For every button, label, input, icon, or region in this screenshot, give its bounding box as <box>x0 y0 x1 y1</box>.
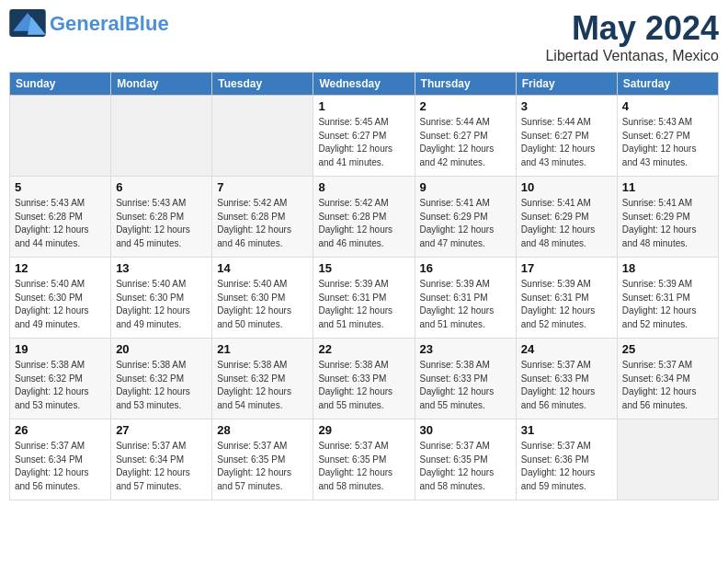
calendar-day-cell: 1Sunrise: 5:45 AMSunset: 6:27 PMDaylight… <box>313 96 415 177</box>
calendar-day-cell: 17Sunrise: 5:39 AMSunset: 6:31 PMDayligh… <box>516 258 617 339</box>
day-info: Sunrise: 5:37 AMSunset: 6:35 PMDaylight:… <box>318 440 409 493</box>
day-number: 28 <box>217 423 308 437</box>
calendar-day-cell: 11Sunrise: 5:41 AMSunset: 6:29 PMDayligh… <box>617 177 718 258</box>
day-number: 17 <box>521 261 612 275</box>
day-number: 5 <box>15 180 106 194</box>
day-number: 25 <box>622 342 713 356</box>
day-number: 21 <box>217 342 308 356</box>
day-info: Sunrise: 5:41 AMSunset: 6:29 PMDaylight:… <box>622 197 713 250</box>
day-info: Sunrise: 5:38 AMSunset: 6:32 PMDaylight:… <box>217 359 308 412</box>
day-number: 15 <box>318 261 409 275</box>
day-info: Sunrise: 5:44 AMSunset: 6:27 PMDaylight:… <box>420 116 511 169</box>
calendar-day-cell: 21Sunrise: 5:38 AMSunset: 6:32 PMDayligh… <box>212 339 313 419</box>
day-info: Sunrise: 5:43 AMSunset: 6:27 PMDaylight:… <box>622 116 713 169</box>
day-info: Sunrise: 5:39 AMSunset: 6:31 PMDaylight:… <box>622 278 713 331</box>
weekday-header-monday: Monday <box>111 73 212 96</box>
day-number: 18 <box>622 261 713 275</box>
calendar-day-cell: 18Sunrise: 5:39 AMSunset: 6:31 PMDayligh… <box>617 258 718 339</box>
day-info: Sunrise: 5:39 AMSunset: 6:31 PMDaylight:… <box>318 278 409 331</box>
day-number: 22 <box>318 342 409 356</box>
day-info: Sunrise: 5:43 AMSunset: 6:28 PMDaylight:… <box>15 197 106 250</box>
calendar-day-cell <box>617 419 718 500</box>
calendar-day-cell: 9Sunrise: 5:41 AMSunset: 6:29 PMDaylight… <box>415 177 516 258</box>
day-number: 9 <box>420 180 511 194</box>
calendar-day-cell: 26Sunrise: 5:37 AMSunset: 6:34 PMDayligh… <box>10 419 111 500</box>
day-info: Sunrise: 5:42 AMSunset: 6:28 PMDaylight:… <box>318 197 409 250</box>
calendar-day-cell <box>111 96 212 177</box>
title-block: May 2024 Libertad Ventanas, Mexico <box>545 9 719 64</box>
weekday-header-row: SundayMondayTuesdayWednesdayThursdayFrid… <box>10 73 719 96</box>
day-info: Sunrise: 5:37 AMSunset: 6:33 PMDaylight:… <box>521 359 612 412</box>
day-number: 11 <box>622 180 713 194</box>
day-number: 14 <box>217 261 308 275</box>
weekday-header-saturday: Saturday <box>617 73 718 96</box>
location-title: Libertad Ventanas, Mexico <box>545 48 719 64</box>
weekday-header-friday: Friday <box>516 73 617 96</box>
day-number: 7 <box>217 180 308 194</box>
calendar-day-cell: 24Sunrise: 5:37 AMSunset: 6:33 PMDayligh… <box>516 339 617 419</box>
day-number: 1 <box>318 99 409 113</box>
calendar-week-row: 19Sunrise: 5:38 AMSunset: 6:32 PMDayligh… <box>10 339 719 419</box>
day-number: 20 <box>116 342 207 356</box>
calendar-week-row: 26Sunrise: 5:37 AMSunset: 6:34 PMDayligh… <box>10 419 719 500</box>
logo-text: GeneralBlue <box>50 14 169 34</box>
day-number: 16 <box>420 261 511 275</box>
calendar-table: SundayMondayTuesdayWednesdayThursdayFrid… <box>9 72 719 500</box>
day-info: Sunrise: 5:44 AMSunset: 6:27 PMDaylight:… <box>521 116 612 169</box>
calendar-day-cell: 8Sunrise: 5:42 AMSunset: 6:28 PMDaylight… <box>313 177 415 258</box>
day-number: 3 <box>521 99 612 113</box>
weekday-header-thursday: Thursday <box>415 73 516 96</box>
weekday-header-tuesday: Tuesday <box>212 73 313 96</box>
day-info: Sunrise: 5:37 AMSunset: 6:36 PMDaylight:… <box>521 440 612 493</box>
day-info: Sunrise: 5:40 AMSunset: 6:30 PMDaylight:… <box>15 278 106 331</box>
day-info: Sunrise: 5:43 AMSunset: 6:28 PMDaylight:… <box>116 197 207 250</box>
day-number: 10 <box>521 180 612 194</box>
calendar-day-cell: 19Sunrise: 5:38 AMSunset: 6:32 PMDayligh… <box>10 339 111 419</box>
day-number: 30 <box>420 423 511 437</box>
calendar-day-cell: 2Sunrise: 5:44 AMSunset: 6:27 PMDaylight… <box>415 96 516 177</box>
day-number: 13 <box>116 261 207 275</box>
calendar-week-row: 1Sunrise: 5:45 AMSunset: 6:27 PMDaylight… <box>10 96 719 177</box>
day-number: 24 <box>521 342 612 356</box>
day-number: 19 <box>15 342 106 356</box>
day-number: 4 <box>622 99 713 113</box>
calendar-day-cell: 15Sunrise: 5:39 AMSunset: 6:31 PMDayligh… <box>313 258 415 339</box>
calendar-day-cell <box>10 96 111 177</box>
day-info: Sunrise: 5:37 AMSunset: 6:35 PMDaylight:… <box>420 440 511 493</box>
day-info: Sunrise: 5:42 AMSunset: 6:28 PMDaylight:… <box>217 197 308 250</box>
day-info: Sunrise: 5:37 AMSunset: 6:34 PMDaylight:… <box>15 440 106 493</box>
weekday-header-wednesday: Wednesday <box>313 73 415 96</box>
day-info: Sunrise: 5:37 AMSunset: 6:34 PMDaylight:… <box>116 440 207 493</box>
calendar-day-cell: 3Sunrise: 5:44 AMSunset: 6:27 PMDaylight… <box>516 96 617 177</box>
calendar-day-cell: 7Sunrise: 5:42 AMSunset: 6:28 PMDaylight… <box>212 177 313 258</box>
calendar-day-cell <box>212 96 313 177</box>
calendar-week-row: 12Sunrise: 5:40 AMSunset: 6:30 PMDayligh… <box>10 258 719 339</box>
calendar-week-row: 5Sunrise: 5:43 AMSunset: 6:28 PMDaylight… <box>10 177 719 258</box>
calendar-day-cell: 13Sunrise: 5:40 AMSunset: 6:30 PMDayligh… <box>111 258 212 339</box>
calendar-day-cell: 28Sunrise: 5:37 AMSunset: 6:35 PMDayligh… <box>212 419 313 500</box>
day-info: Sunrise: 5:41 AMSunset: 6:29 PMDaylight:… <box>420 197 511 250</box>
calendar-day-cell: 6Sunrise: 5:43 AMSunset: 6:28 PMDaylight… <box>111 177 212 258</box>
day-info: Sunrise: 5:37 AMSunset: 6:35 PMDaylight:… <box>217 440 308 493</box>
calendar-day-cell: 20Sunrise: 5:38 AMSunset: 6:32 PMDayligh… <box>111 339 212 419</box>
calendar-day-cell: 27Sunrise: 5:37 AMSunset: 6:34 PMDayligh… <box>111 419 212 500</box>
day-number: 26 <box>15 423 106 437</box>
calendar-day-cell: 12Sunrise: 5:40 AMSunset: 6:30 PMDayligh… <box>10 258 111 339</box>
day-number: 27 <box>116 423 207 437</box>
day-info: Sunrise: 5:45 AMSunset: 6:27 PMDaylight:… <box>318 116 409 169</box>
day-number: 23 <box>420 342 511 356</box>
calendar-day-cell: 25Sunrise: 5:37 AMSunset: 6:34 PMDayligh… <box>617 339 718 419</box>
calendar-day-cell: 4Sunrise: 5:43 AMSunset: 6:27 PMDaylight… <box>617 96 718 177</box>
page-header: GeneralBlue May 2024 Libertad Ventanas, … <box>9 9 719 64</box>
day-info: Sunrise: 5:39 AMSunset: 6:31 PMDaylight:… <box>420 278 511 331</box>
calendar-day-cell: 30Sunrise: 5:37 AMSunset: 6:35 PMDayligh… <box>415 419 516 500</box>
logo: GeneralBlue <box>9 9 169 39</box>
day-info: Sunrise: 5:38 AMSunset: 6:32 PMDaylight:… <box>116 359 207 412</box>
day-info: Sunrise: 5:38 AMSunset: 6:32 PMDaylight:… <box>15 359 106 412</box>
day-number: 6 <box>116 180 207 194</box>
logo-icon <box>9 9 46 37</box>
calendar-day-cell: 31Sunrise: 5:37 AMSunset: 6:36 PMDayligh… <box>516 419 617 500</box>
day-info: Sunrise: 5:38 AMSunset: 6:33 PMDaylight:… <box>420 359 511 412</box>
calendar-day-cell: 5Sunrise: 5:43 AMSunset: 6:28 PMDaylight… <box>10 177 111 258</box>
day-info: Sunrise: 5:41 AMSunset: 6:29 PMDaylight:… <box>521 197 612 250</box>
